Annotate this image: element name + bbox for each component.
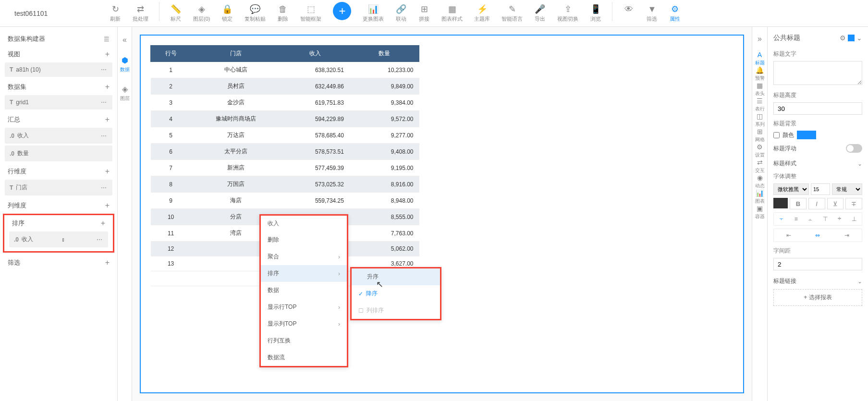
arrow-both[interactable]: ⇔: [804, 231, 831, 240]
float-toggle[interactable]: [846, 144, 862, 153]
table-row[interactable]: 7新洲店577,459.399,195.00: [151, 160, 419, 176]
rstrip-交互[interactable]: ⇄交互: [755, 158, 765, 174]
table-header[interactable]: 门店: [191, 46, 281, 62]
table-header[interactable]: 数量: [350, 46, 419, 62]
italic-button[interactable]: I: [808, 198, 825, 209]
menu-item[interactable]: 数据: [261, 282, 347, 299]
strip-data[interactable]: ⬢数据: [120, 56, 130, 73]
title-text-input[interactable]: [773, 61, 862, 85]
underline-button[interactable]: ⊻: [827, 198, 844, 209]
dataset-item[interactable]: Tgrid1⋯: [5, 95, 112, 109]
align-center[interactable]: ≡: [790, 214, 802, 224]
font-weight-select[interactable]: 常规: [832, 183, 862, 195]
align-middle[interactable]: ⫩: [833, 214, 846, 224]
align-left[interactable]: ⫟: [775, 214, 788, 224]
toolbar-15[interactable]: ⇪视图切换: [553, 2, 582, 24]
chevron-down-icon[interactable]: ⌄: [857, 160, 862, 167]
arrow-left[interactable]: ⇤: [775, 231, 802, 240]
add-sort[interactable]: +: [101, 219, 105, 228]
check-icon[interactable]: [848, 35, 855, 41]
menu-item[interactable]: 数据流: [261, 349, 347, 366]
toolbar-14[interactable]: 🎤导出: [530, 2, 550, 24]
toolbar-1[interactable]: ⇄批处理: [129, 2, 152, 24]
summary-item-income[interactable]: .0收入⋯: [5, 128, 112, 144]
toolbar-7[interactable]: ⬚智能框架: [296, 2, 325, 24]
add-summary[interactable]: +: [105, 115, 110, 124]
align-top[interactable]: ⊤: [819, 214, 831, 224]
table-row[interactable]: 2员村店632,449.869,849.00: [151, 78, 419, 95]
color-swatch[interactable]: [797, 131, 816, 139]
toolbar-19[interactable]: ⚙属性: [665, 2, 685, 24]
toolbar-12[interactable]: ⚡主题库: [470, 2, 494, 24]
add-rowdim[interactable]: +: [105, 167, 110, 176]
sort-submenu[interactable]: 升序✓降序☐列排序: [350, 267, 441, 320]
select-report-button[interactable]: + 选择报表: [773, 289, 862, 306]
add-view[interactable]: +: [105, 50, 110, 59]
bold-button[interactable]: B: [790, 198, 807, 209]
context-menu[interactable]: 收入 删除聚合›排序›数据显示行TOP›显示列TOP›行列互换数据流: [259, 214, 348, 367]
toolbar-6[interactable]: 🗑删除: [273, 2, 293, 24]
table-header[interactable]: 行号: [151, 46, 191, 62]
add-dataset[interactable]: +: [105, 83, 110, 91]
gear-icon[interactable]: ⚙: [840, 34, 846, 42]
view-item[interactable]: Ta81h (10)⋯: [5, 62, 112, 77]
toolbar-16[interactable]: 📱浏览: [586, 2, 605, 24]
bg-color-checkbox[interactable]: [773, 132, 780, 138]
toolbar-2[interactable]: 📏标尺: [166, 2, 185, 24]
toolbar-3[interactable]: ◈图层(0): [189, 2, 214, 24]
spacing-input[interactable]: [773, 258, 862, 270]
table-row[interactable]: 5万达店578,685.409,277.00: [151, 127, 419, 144]
submenu-item[interactable]: ✓降序: [352, 285, 440, 302]
submenu-item[interactable]: 升序: [352, 268, 440, 285]
menu-item[interactable]: 显示列TOP›: [261, 316, 347, 332]
expand-icon[interactable]: »: [758, 35, 762, 43]
menu-item[interactable]: 行列互换: [261, 332, 347, 349]
strip-layer[interactable]: ◈图层: [120, 85, 130, 102]
settings-icon[interactable]: ☰: [104, 36, 110, 43]
toolbar-9[interactable]: 🔗联动: [391, 2, 411, 24]
toolbar-10[interactable]: ⊞拼接: [415, 2, 434, 24]
toolbar-0[interactable]: ↻刷新: [106, 2, 125, 24]
toolbar-4[interactable]: 🔒锁定: [218, 2, 237, 24]
table-header[interactable]: 收入: [280, 46, 350, 62]
table-row[interactable]: 6太平分店578,573.519,408.00: [151, 144, 419, 160]
rstrip-表行[interactable]: ☰表行: [755, 97, 765, 112]
rstrip-图表[interactable]: 📊图表: [755, 189, 765, 205]
add-button[interactable]: +: [333, 2, 351, 20]
table-row[interactable]: 8万国店573,025.328,916.00: [151, 176, 419, 193]
collapse-icon[interactable]: «: [122, 36, 127, 44]
toolbar-18[interactable]: ▼筛选: [642, 2, 661, 24]
table-row[interactable]: 3金沙店619,751.839,384.00: [151, 95, 419, 111]
table-row[interactable]: 4豫城时尚商场店594,229.899,572.00: [151, 111, 419, 127]
align-right[interactable]: ⫠: [804, 214, 817, 224]
font-family-select[interactable]: 微软雅黑: [773, 183, 809, 195]
more-icon[interactable]: ⋯: [101, 66, 108, 73]
add-coldim[interactable]: +: [105, 201, 110, 210]
toolbar-11[interactable]: ▦图表样式: [438, 2, 466, 24]
rstrip-动态[interactable]: ◉动态: [755, 174, 765, 189]
toolbar-17[interactable]: 👁: [619, 2, 638, 24]
toolbar-13[interactable]: ✎智能语言: [498, 2, 526, 24]
strike-button[interactable]: ∓: [845, 198, 862, 209]
toolbar-8[interactable]: 📊更换图表: [359, 2, 388, 24]
rowdim-item[interactable]: T门店⋯: [5, 180, 112, 195]
menu-item[interactable]: 聚合›: [261, 248, 347, 265]
sort-item[interactable]: .0收入⫾⋯: [9, 231, 108, 247]
toolbar-5[interactable]: 💬复制粘贴: [241, 2, 269, 24]
menu-item[interactable]: 删除: [261, 231, 347, 248]
rstrip-系列[interactable]: ◫系列: [755, 112, 765, 128]
title-height-input[interactable]: [773, 102, 862, 115]
rstrip-容器[interactable]: ▣容器: [755, 205, 765, 220]
rstrip-表头[interactable]: ▦表头: [755, 82, 765, 97]
arrow-right[interactable]: ⇥: [833, 231, 860, 240]
menu-item[interactable]: 排序›: [261, 265, 347, 282]
summary-item-qty[interactable]: .0数量: [5, 146, 112, 161]
menu-item[interactable]: 显示行TOP›: [261, 299, 347, 316]
chevron-down-icon[interactable]: ⌄: [856, 34, 862, 42]
table-row[interactable]: 1中心城店638,320.5110,233.00: [151, 62, 419, 78]
table-row[interactable]: 9海店559,734.258,948.00: [151, 193, 419, 209]
text-color[interactable]: [773, 198, 788, 208]
rstrip-网格[interactable]: ⊞网格: [755, 128, 765, 143]
font-size-input[interactable]: [811, 183, 830, 195]
rstrip-标题[interactable]: A标题: [755, 51, 765, 66]
